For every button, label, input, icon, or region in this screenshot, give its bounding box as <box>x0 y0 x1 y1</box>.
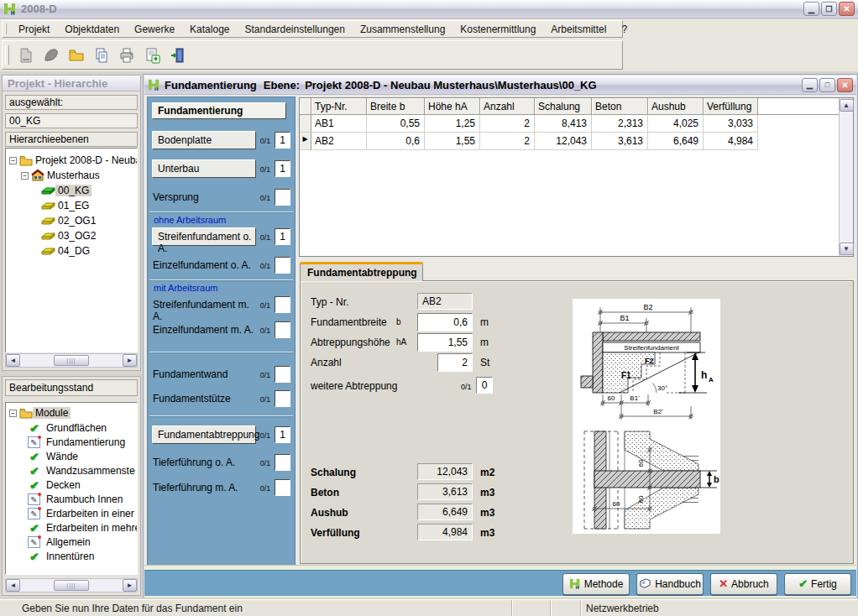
module-item-erdarbeiten-einer[interactable]: Erdarbeiten in einer <box>26 507 137 520</box>
count-field[interactable]: 1 <box>275 132 290 149</box>
tree-item-label[interactable]: 01_EG <box>55 200 92 211</box>
count-field[interactable] <box>275 257 290 274</box>
collapse-icon[interactable]: − <box>9 410 17 417</box>
collapse-icon[interactable]: − <box>9 157 17 164</box>
module-item-wandzusammenstellung[interactable]: Wandzusammenste <box>26 464 138 478</box>
streifenfundament-ma-item[interactable]: Streifenfundament m. A. <box>153 295 257 322</box>
versprung-item[interactable]: Versprung <box>153 188 257 203</box>
scroll-thumb[interactable]: |||| <box>54 355 89 366</box>
module-close-button[interactable]: ✕ <box>837 78 853 92</box>
new-document-icon[interactable] <box>16 45 36 65</box>
table-row-active[interactable]: ▶ AB2 0,6 1,55 2 12,043 3,613 6,649 4,98… <box>300 133 853 150</box>
tree-item-label[interactable]: Musterhaus <box>44 170 102 181</box>
export-document-icon[interactable] <box>142 45 162 65</box>
scroll-right-icon[interactable]: ► <box>123 354 137 367</box>
module-item-raumbuch-innen[interactable]: Raumbuch Innen <box>26 493 125 506</box>
tree-item-04-dg[interactable]: 04_DG <box>41 244 92 258</box>
module-item-allgemein[interactable]: Allgemein <box>26 535 93 549</box>
column-header[interactable]: Typ-Nr. <box>311 98 367 115</box>
open-folder-icon[interactable] <box>66 45 86 65</box>
fundamentbreite-input[interactable]: 0,6 <box>417 313 473 331</box>
app-minimize-button[interactable]: ▁ <box>803 2 819 16</box>
hierarchy-horizontal-scrollbar[interactable]: ◄ |||| ► <box>5 353 138 368</box>
count-field[interactable]: 1 <box>275 426 290 443</box>
tieferfuehrung-oa-item[interactable]: Tieferführung o. A. <box>153 453 257 468</box>
app-restore-button[interactable]: ❐ <box>821 2 837 16</box>
column-header[interactable]: Schalung <box>535 98 592 115</box>
fundamentabtreppung-button[interactable]: Fundamentabtreppung <box>152 425 256 444</box>
handbuch-button[interactable]: Handbuch <box>636 573 704 595</box>
count-field[interactable] <box>275 321 290 338</box>
anzahl-input[interactable]: 2 <box>437 353 473 372</box>
menu-projekt[interactable]: Projekt <box>11 22 57 37</box>
column-header[interactable]: Beton <box>592 98 648 115</box>
menu-gewerke[interactable]: Gewerke <box>127 22 182 37</box>
tree-item-label[interactable]: Projekt 2008-D - Neubau <box>33 154 138 166</box>
table-row[interactable]: AB1 0,55 1,25 2 8,413 2,313 4,025 3,033 <box>300 115 853 133</box>
module-maximize-button[interactable]: □ <box>819 78 835 92</box>
scroll-up-icon[interactable]: ▲ <box>840 99 854 112</box>
module-item-waende[interactable]: Wände <box>26 450 81 463</box>
scroll-thumb[interactable]: |||| <box>54 580 89 591</box>
fundamentwand-item[interactable]: Fundamentwand <box>153 365 257 380</box>
scroll-down-icon[interactable]: ▼ <box>840 243 854 255</box>
tree-item-label[interactable]: 04_DG <box>55 245 92 257</box>
menu-objektdaten[interactable]: Objektdaten <box>57 22 127 37</box>
column-header[interactable]: Aushub <box>648 98 704 115</box>
tree-item-project[interactable]: − Projekt 2008-D - Neubau <box>9 154 138 167</box>
menu-kostenermittlung[interactable]: Kostenermittlung <box>453 22 543 37</box>
scroll-right-icon[interactable]: ► <box>123 579 137 592</box>
menu-zusammenstellung[interactable]: Zusammenstellung <box>353 22 453 37</box>
table-vertical-scrollbar[interactable]: ▲ ▼ <box>839 98 853 256</box>
count-field[interactable] <box>275 296 290 313</box>
open-project-icon[interactable] <box>41 45 61 65</box>
menu-arbeitsmittel[interactable]: Arbeitsmittel <box>543 22 614 37</box>
collapse-icon[interactable]: − <box>21 172 29 180</box>
tree-item-03-og2[interactable]: 03_OG2 <box>41 229 98 243</box>
abtreppungshoehe-input[interactable]: 1,55 <box>417 333 473 352</box>
column-header[interactable]: Anzahl <box>480 98 535 115</box>
module-item-fundamentierung[interactable]: Fundamentierung <box>26 436 128 449</box>
abbruch-button[interactable]: ✕ Abbruch <box>710 573 777 595</box>
menu-help[interactable]: ? <box>614 22 635 37</box>
einzelfundament-oa-item[interactable]: Einzelfundament o. A. <box>153 256 257 271</box>
einzelfundament-ma-item[interactable]: Einzelfundament m. A. <box>153 321 257 336</box>
unterbau-button[interactable]: Unterbau <box>152 159 256 178</box>
weitere-abtreppung-input[interactable]: 0 <box>476 377 493 394</box>
menu-kataloge[interactable]: Kataloge <box>182 22 237 37</box>
count-field[interactable]: 1 <box>275 160 290 177</box>
module-minimize-button[interactable]: ▁ <box>802 78 818 92</box>
app-close-button[interactable]: ✕ <box>839 2 855 16</box>
progress-horizontal-scrollbar[interactable]: ◄ |||| ► <box>5 578 138 593</box>
count-field[interactable]: 1 <box>275 228 290 245</box>
tree-item-label[interactable]: 00_KG <box>55 185 92 196</box>
scroll-left-icon[interactable]: ◄ <box>6 354 20 367</box>
streifenfundament-oa-button[interactable]: Streifenfundament o. A. <box>152 227 256 246</box>
module-item-innentueren[interactable]: Innentüren <box>26 550 97 563</box>
count-field[interactable] <box>275 390 290 407</box>
tieferfuehrung-ma-item[interactable]: Tieferführung m. A. <box>153 478 257 493</box>
column-header[interactable]: Verfüllung <box>704 98 758 115</box>
tree-item-02-og1[interactable]: 02_OG1 <box>41 214 98 227</box>
tree-item-00-kg[interactable]: 00_KG <box>41 184 92 197</box>
count-field[interactable] <box>275 366 290 383</box>
exit-door-icon[interactable] <box>167 45 187 65</box>
tab-fundamentabtreppung[interactable]: Fundamentabtreppung <box>300 262 423 281</box>
scroll-left-icon[interactable]: ◄ <box>6 579 20 592</box>
copy-icon[interactable] <box>92 45 112 65</box>
tree-item-label[interactable]: 03_OG2 <box>55 230 98 242</box>
bodenplatte-button[interactable]: Bodenplatte <box>152 131 256 149</box>
module-item-grundflaechen[interactable]: Grundflächen <box>26 421 109 435</box>
tree-item-musterhaus[interactable]: − Musterhaus <box>21 169 102 182</box>
tree-item-label[interactable]: 02_OG1 <box>55 215 98 227</box>
tree-item-label[interactable]: Module <box>33 407 71 419</box>
fertig-button[interactable]: ✔ Fertig <box>784 573 851 595</box>
column-header[interactable]: Höhe hA <box>425 98 480 115</box>
count-field[interactable] <box>275 454 290 471</box>
tree-item-module-root[interactable]: − Module <box>9 406 71 420</box>
tree-item-01-eg[interactable]: 01_EG <box>41 199 92 212</box>
methode-button[interactable]: H Methode <box>562 573 630 595</box>
module-item-decken[interactable]: Decken <box>26 478 83 492</box>
fundamentstuetze-item[interactable]: Fundamentstütze <box>153 389 257 405</box>
count-field[interactable] <box>275 479 290 496</box>
